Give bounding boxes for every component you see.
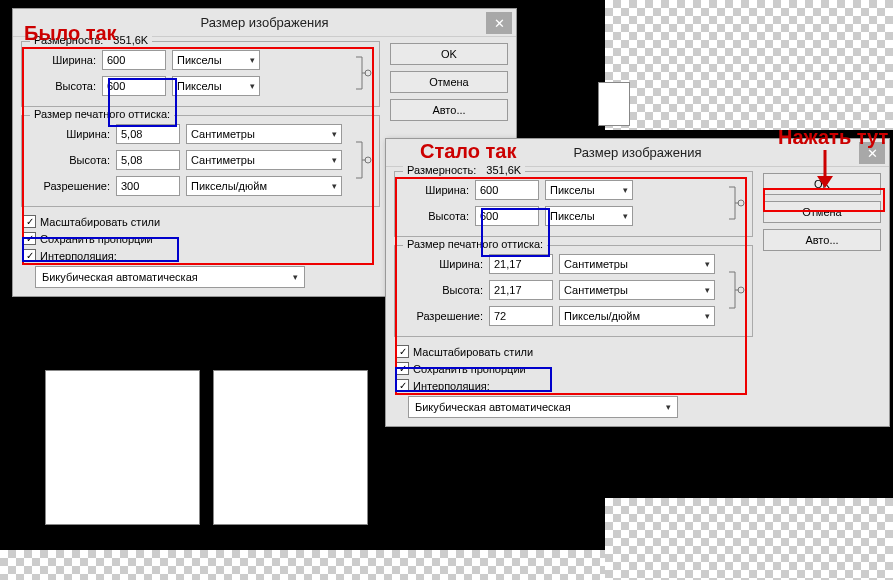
resolution-label: Разрешение: xyxy=(403,310,483,322)
chevron-down-icon: ▾ xyxy=(250,55,255,65)
constrain-checkbox[interactable]: ✓ xyxy=(23,232,36,245)
interpolation-checkbox[interactable]: ✓ xyxy=(396,379,409,392)
chevron-down-icon: ▾ xyxy=(705,285,710,295)
interpolation-select[interactable]: Бикубическая автоматическая▾ xyxy=(35,266,305,288)
resolution-unit-select[interactable]: Пикселы/дюйм▾ xyxy=(559,306,715,326)
chevron-down-icon: ▾ xyxy=(332,181,337,191)
width-label: Ширина: xyxy=(403,184,469,196)
pixel-height-unit-select[interactable]: Пикселы▾ xyxy=(545,206,633,226)
pixel-height-input[interactable] xyxy=(102,76,166,96)
dimensions-value: 351,6K xyxy=(486,164,521,176)
interpolation-checkbox[interactable]: ✓ xyxy=(23,249,36,262)
print-size-label: Размер печатного оттиска: xyxy=(403,238,547,250)
resolution-input[interactable] xyxy=(116,176,180,196)
scale-styles-checkbox[interactable]: ✓ xyxy=(396,345,409,358)
link-icon xyxy=(726,254,744,326)
resolution-input[interactable] xyxy=(489,306,553,326)
cancel-button[interactable]: Отмена xyxy=(763,201,881,223)
print-width-input[interactable] xyxy=(116,124,180,144)
chevron-down-icon: ▾ xyxy=(623,211,628,221)
chevron-down-icon: ▾ xyxy=(666,402,671,412)
dimensions-value: 351,6K xyxy=(113,34,148,46)
dimensions-label: Размерность: xyxy=(407,164,476,176)
resolution-label: Разрешение: xyxy=(30,180,110,192)
print-height-input[interactable] xyxy=(489,280,553,300)
print-width-label: Ширина: xyxy=(30,128,110,140)
titlebar: Размер изображения ✕ xyxy=(13,9,516,37)
scale-styles-label: Масштабировать стили xyxy=(40,216,160,228)
pixel-dimensions-group: Размерность:351,6K Ширина: Пикселы▾ Высо… xyxy=(394,171,753,237)
print-size-group: Размер печатного оттиска: Ширина: Сантим… xyxy=(394,245,753,337)
print-height-input[interactable] xyxy=(116,150,180,170)
chevron-down-icon: ▾ xyxy=(623,185,628,195)
height-label: Высота: xyxy=(403,210,469,222)
pixel-width-input[interactable] xyxy=(102,50,166,70)
print-height-label: Высота: xyxy=(30,154,110,166)
dialog-title: Размер изображения xyxy=(201,15,329,30)
close-icon[interactable]: ✕ xyxy=(859,142,885,164)
pixel-width-input[interactable] xyxy=(475,180,539,200)
image-size-dialog-after: Размер изображения ✕ Размерность:351,6K … xyxy=(385,138,890,427)
scale-styles-label: Масштабировать стили xyxy=(413,346,533,358)
close-icon[interactable]: ✕ xyxy=(486,12,512,34)
link-icon xyxy=(353,124,371,196)
pixel-height-unit-select[interactable]: Пикселы▾ xyxy=(172,76,260,96)
auto-button[interactable]: Авто... xyxy=(390,99,508,121)
width-label: Ширина: xyxy=(30,54,96,66)
print-height-unit-select[interactable]: Сантиметры▾ xyxy=(186,150,342,170)
print-width-unit-select[interactable]: Сантиметры▾ xyxy=(186,124,342,144)
print-width-unit-select[interactable]: Сантиметры▾ xyxy=(559,254,715,274)
chevron-down-icon: ▾ xyxy=(332,129,337,139)
pixel-width-unit-select[interactable]: Пикселы▾ xyxy=(545,180,633,200)
pixel-width-unit-select[interactable]: Пикселы▾ xyxy=(172,50,260,70)
dimensions-label: Размерность: xyxy=(34,34,103,46)
titlebar: Размер изображения ✕ xyxy=(386,139,889,167)
print-size-label: Размер печатного оттиска: xyxy=(30,108,174,120)
height-label: Высота: xyxy=(30,80,96,92)
chevron-down-icon: ▾ xyxy=(332,155,337,165)
print-size-group: Размер печатного оттиска: Ширина: Сантим… xyxy=(21,115,380,207)
chevron-down-icon: ▾ xyxy=(705,311,710,321)
ok-button[interactable]: OK xyxy=(763,173,881,195)
auto-button[interactable]: Авто... xyxy=(763,229,881,251)
print-height-label: Высота: xyxy=(403,284,483,296)
interpolation-label: Интерполяция: xyxy=(40,250,117,262)
print-width-input[interactable] xyxy=(489,254,553,274)
constrain-checkbox[interactable]: ✓ xyxy=(396,362,409,375)
chevron-down-icon: ▾ xyxy=(293,272,298,282)
chevron-down-icon: ▾ xyxy=(705,259,710,269)
print-width-label: Ширина: xyxy=(403,258,483,270)
constrain-label: Сохранить пропорции xyxy=(40,233,153,245)
pixel-height-input[interactable] xyxy=(475,206,539,226)
ok-button[interactable]: OK xyxy=(390,43,508,65)
print-height-unit-select[interactable]: Сантиметры▾ xyxy=(559,280,715,300)
constrain-label: Сохранить пропорции xyxy=(413,363,526,375)
scale-styles-checkbox[interactable]: ✓ xyxy=(23,215,36,228)
chevron-down-icon: ▾ xyxy=(250,81,255,91)
interpolation-label: Интерполяция: xyxy=(413,380,490,392)
link-icon xyxy=(726,180,744,226)
link-icon xyxy=(353,50,371,96)
pixel-dimensions-group: Размерность:351,6K Ширина: Пикселы▾ Высо… xyxy=(21,41,380,107)
dialog-title: Размер изображения xyxy=(574,145,702,160)
cancel-button[interactable]: Отмена xyxy=(390,71,508,93)
interpolation-select[interactable]: Бикубическая автоматическая▾ xyxy=(408,396,678,418)
resolution-unit-select[interactable]: Пикселы/дюйм▾ xyxy=(186,176,342,196)
